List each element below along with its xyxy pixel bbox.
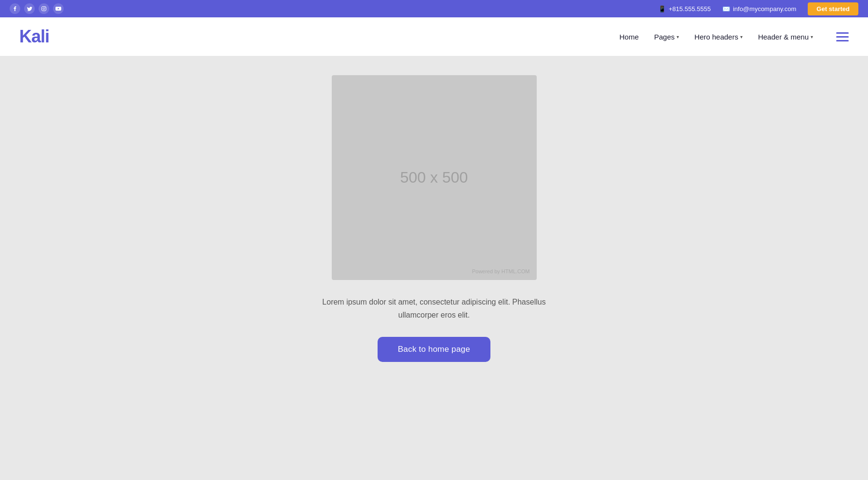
instagram-icon[interactable]: [39, 3, 49, 14]
main-nav: Home Pages ▾ Hero headers ▾ Header & men…: [619, 32, 849, 41]
top-bar-right: 📱 +815.555.5555 ✉️ info@mycompany.com Ge…: [658, 2, 858, 15]
phone-contact: 📱 +815.555.5555: [658, 5, 711, 13]
main-content: 500 x 500 Powered by HTML.COM Lorem ipsu…: [0, 56, 868, 480]
placeholder-dimensions: 500 x 500: [400, 169, 468, 187]
phone-number: +815.555.5555: [669, 5, 711, 13]
svg-point-2: [45, 7, 45, 8]
nav-home-label: Home: [619, 33, 638, 41]
email-contact: ✉️ info@mycompany.com: [722, 5, 796, 13]
nav-header-menu-label: Header & menu: [758, 33, 809, 41]
nav-hero-label: Hero headers: [694, 33, 738, 41]
email-icon: ✉️: [722, 5, 730, 13]
nav-item-home[interactable]: Home: [619, 33, 638, 41]
email-address: info@mycompany.com: [733, 5, 796, 13]
phone-icon: 📱: [658, 5, 666, 13]
hamburger-menu[interactable]: [836, 32, 849, 41]
nav-item-pages[interactable]: Pages ▾: [654, 33, 679, 41]
youtube-icon[interactable]: [53, 3, 64, 14]
chevron-down-icon: ▾: [677, 34, 679, 40]
hamburger-line-2: [836, 36, 849, 38]
facebook-icon[interactable]: [10, 3, 20, 14]
chevron-down-icon: ▾: [740, 34, 743, 40]
hamburger-line-1: [836, 32, 849, 34]
nav-item-header-menu[interactable]: Header & menu ▾: [758, 33, 813, 41]
twitter-icon[interactable]: [24, 3, 35, 14]
nav-pages-label: Pages: [654, 33, 675, 41]
svg-point-1: [43, 8, 45, 10]
body-description: Lorem ipsum dolor sit amet, consectetur …: [304, 295, 564, 321]
top-bar: 📱 +815.555.5555 ✉️ info@mycompany.com Ge…: [0, 0, 868, 17]
svg-rect-0: [42, 7, 46, 11]
social-icons: [10, 3, 64, 14]
logo[interactable]: Kali: [19, 27, 49, 47]
header: Kali Home Pages ▾ Hero headers ▾ Header …: [0, 17, 868, 56]
hamburger-line-3: [836, 40, 849, 41]
placeholder-image: 500 x 500 Powered by HTML.COM: [332, 75, 537, 280]
nav-item-hero-headers[interactable]: Hero headers ▾: [694, 33, 743, 41]
get-started-button[interactable]: Get started: [808, 2, 858, 15]
back-to-home-button[interactable]: Back to home page: [378, 337, 490, 362]
chevron-down-icon: ▾: [811, 34, 813, 40]
powered-by-text: Powered by HTML.COM: [472, 268, 530, 274]
